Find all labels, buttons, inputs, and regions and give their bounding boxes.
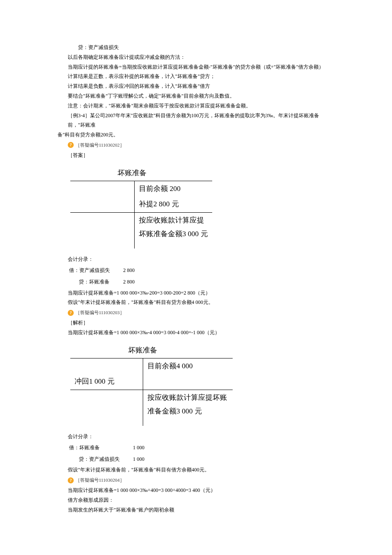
t-cell [135, 242, 212, 249]
t-cell-line: 按应收账款计算应提坏账 [147, 393, 227, 402]
text-line: 要结合"坏账准备"丁字账理解公式，确定"坏账准备"目前余额方向及数值。 [58, 91, 334, 101]
qa-note-row: ? ［答疑编号111030202］ [58, 141, 334, 150]
assumption-line: 假设"年末计提坏账准备前，"坏账准备"科目有贷方余额4 000元。 [58, 298, 334, 307]
entry-debit-label: 借：坏账准备 [69, 442, 132, 453]
t-cell: 目前余额 200 [135, 181, 212, 197]
t-cell [70, 242, 135, 249]
text-line: 以后各期确定坏账准备应计提或应冲减金额的方法： [58, 52, 334, 62]
entry-debit-amount: 2 800 [123, 265, 147, 276]
text-line: 计算结果是负数，表示应冲回的坏账准备，计入"坏账准备"借方 [58, 81, 334, 91]
entry-heading: 会计分录： [58, 254, 334, 264]
entry-heading: 会计分录： [58, 432, 334, 442]
assumption-line: 假设"年末计提坏账准备前，"坏账准备"科目有借方余额400元。 [58, 465, 334, 475]
t-cell [70, 181, 135, 197]
t-cell [70, 419, 143, 426]
t-cell-line: 准备金额3 000 元 [147, 407, 202, 415]
t-cell [143, 374, 233, 390]
journal-entry: 借：资产减值损失 2 800 贷：坏账准备 2 800 [68, 264, 147, 288]
qa-number: ［答疑编号111030204］ [75, 476, 124, 485]
analysis-label: ［解析］ [58, 318, 334, 328]
answer-label: ［答案］ [58, 150, 334, 160]
journal-entry: 借：坏账准备 1 000 贷：资产减值损失 1 000 [68, 442, 157, 465]
entry-debit-amount: 1 000 [133, 442, 156, 453]
question-icon: ? [68, 310, 74, 316]
example-text-cont: 备"科目有贷方余额200元。 [58, 130, 334, 140]
question-icon: ? [68, 142, 74, 148]
t-cell: 按应收账款计算应提坏账 准备金额3 000 元 [143, 390, 233, 419]
entry-credit-label: 贷：坏账准备 [69, 277, 122, 287]
t-account-1: 坏账准备 目前余额 200 补提2 800 元 按应收账款计算应提 坏账准备金额… [70, 166, 334, 249]
text-line: 计算结果是正数，表示应补提的坏账准备，计入"坏账准备"贷方； [58, 72, 334, 81]
t-cell [70, 197, 135, 212]
calc-line: 当期应计提坏账准备=1 000 000×3‰-200=3 000-200=2 8… [58, 288, 334, 298]
reason-heading: 借方余额形成原因： [58, 495, 334, 505]
t-cell [70, 390, 143, 419]
entry-credit-amount: 2 800 [123, 277, 147, 287]
t-account-title: 坏账准备 [70, 344, 215, 357]
t-cell [70, 212, 135, 242]
entry-debit-label: 借：资产减值损失 [69, 265, 122, 276]
text-line: 注意：会计期末，"坏账准备"期末余额应等于按应收账款计算应提坏账准备金额。 [58, 101, 334, 111]
entry-credit-amount: 1 000 [133, 454, 156, 465]
t-cell-line: 坏账准备金额3 000 元 [139, 230, 208, 238]
t-cell-line: 按应收账款计算应提 [139, 216, 204, 224]
t-cell [70, 358, 143, 374]
calc-line: 当期应计提坏账准备=1 000 000×3‰+400=3 000+4000=3 … [58, 486, 334, 495]
qa-note-row: ? ［答疑编号111030204］ [58, 476, 334, 485]
t-account-2: 坏账准备 目前余额4 000 冲回1 000 元 按应收账款计算应提坏账 准备金… [70, 344, 334, 426]
entry-credit-label: 贷：资产减值损失 [69, 454, 132, 465]
calc-line: 当期应计提坏账准备=1 000 000×3‰-4 000=3 000-4 000… [58, 328, 334, 338]
text-line: 当期应计提的坏账准备=当期按应收账款计算应提坏账准备金额-"坏账准备"的贷方余额… [58, 62, 334, 72]
t-cell: 补提2 800 元 [135, 197, 212, 212]
t-cell: 目前余额4 000 [143, 358, 233, 374]
question-icon: ? [68, 477, 74, 483]
t-account-title: 坏账准备 [70, 166, 194, 180]
qa-note-row: ? ［答疑编号111030203］ [58, 308, 334, 317]
t-cell: 按应收账款计算应提 坏账准备金额3 000 元 [135, 212, 212, 242]
t-cell: 冲回1 000 元 [70, 374, 143, 390]
example-text: ［例3-4］某公司2007年年末"应收账款"科目借方余额为100万元，坏账准备的… [58, 111, 334, 130]
qa-number: ［答疑编号111030203］ [75, 308, 124, 317]
t-cell [143, 419, 233, 426]
qa-number: ［答疑编号111030202］ [75, 141, 124, 150]
reason-line: 当期发生的坏账大于"坏账准备"账户的期初余额 [58, 505, 334, 515]
text-line: 贷：资产减值损失 [58, 43, 334, 52]
